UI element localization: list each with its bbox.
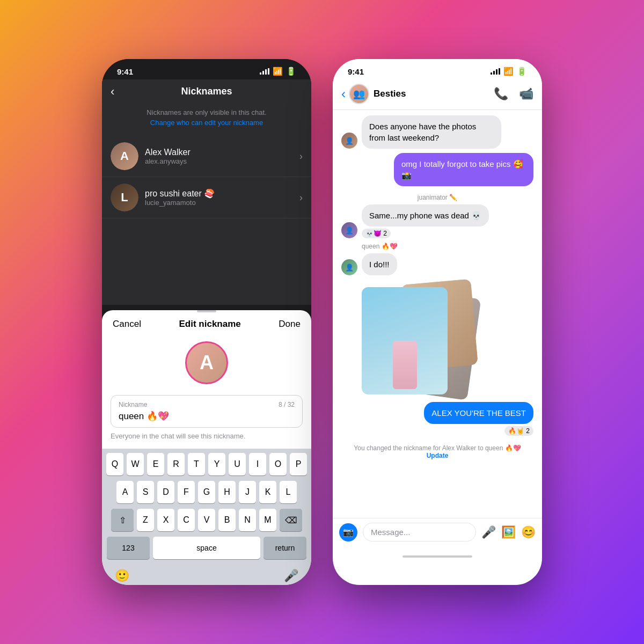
alex-reaction[interactable]: 🔥🤘 2 — [504, 426, 533, 436]
alex-avatar: A — [111, 142, 138, 170]
key-i[interactable]: I — [249, 453, 266, 475]
alex-chevron: › — [299, 151, 303, 162]
message-placeholder: Message... — [371, 528, 410, 537]
left-status-icons: 📶 🔋 — [260, 67, 296, 76]
message-row-alex: ALEX YOU'RE THE BEST 🔥🤘 2 — [341, 402, 533, 436]
keyboard-row-3: ⇧ Z X C V B N M ⌫ — [104, 509, 309, 531]
nickname-field-value[interactable]: queen 🔥💖 — [119, 411, 169, 421]
key-t[interactable]: T — [188, 453, 205, 475]
video-call-button[interactable]: 📹 — [519, 87, 533, 101]
nickname-input-container[interactable]: Nickname queen 🔥💖 8 / 32 — [111, 395, 303, 428]
key-space[interactable]: space — [153, 537, 260, 559]
key-u[interactable]: U — [229, 453, 246, 475]
chat-title: Besties — [374, 89, 494, 99]
emoji-icon[interactable]: 🙂 — [115, 569, 129, 583]
key-l[interactable]: L — [280, 481, 297, 503]
message-bubble-2: Same...my phone was dead 💀 — [362, 204, 489, 226]
key-a[interactable]: A — [116, 481, 134, 503]
battery-icon: 🔋 — [286, 67, 296, 76]
key-v[interactable]: V — [198, 509, 215, 531]
photo-button[interactable]: 🖼️ — [501, 525, 516, 539]
sender-avatar: 👤 — [341, 133, 357, 149]
char-count: 8 / 32 — [279, 401, 295, 408]
message-row-3: 👤 I do!!! — [341, 253, 533, 275]
messages-area: 👤 Does anyone have the photos from last … — [333, 110, 542, 518]
key-x[interactable]: X — [157, 509, 174, 531]
key-g[interactable]: G — [198, 481, 215, 503]
microphone-button[interactable]: 🎤 — [481, 525, 496, 539]
message-bubble: Does anyone have the photos from last we… — [362, 115, 501, 149]
keyboard-row-2: A S D F G H J K L — [104, 481, 309, 503]
sheet-title: Edit nickname — [179, 319, 241, 330]
alex-info: Alex Walker alex.anyways — [145, 148, 299, 165]
wifi-icon: 📶 — [273, 67, 283, 76]
subtitle-text: Nicknames are only visible in this chat. — [118, 108, 295, 118]
key-z[interactable]: Z — [137, 509, 154, 531]
nicknames-screen: ‹ Nicknames Nicknames are only visible i… — [102, 79, 311, 305]
key-123[interactable]: 123 — [107, 537, 150, 559]
nav-header: ‹ Nicknames — [102, 79, 311, 104]
message-row: 👤 Does anyone have the photos from last … — [341, 115, 533, 149]
chat-back-button[interactable]: ‹ — [341, 86, 346, 101]
lucie-avatar: L — [111, 184, 138, 211]
lucie-name: pro sushi eater 🍣 — [145, 188, 299, 199]
photo-collage — [362, 282, 485, 400]
contact-row-alex[interactable]: A Alex Walker alex.anyways › — [102, 136, 311, 177]
nickname-changed-notice: You changed the nickname for Alex Walker… — [341, 440, 533, 464]
key-shift[interactable]: ⇧ — [111, 509, 134, 531]
right-status-bar: 9:41 📶 🔋 — [333, 59, 542, 79]
voice-call-button[interactable]: 📞 — [494, 87, 508, 101]
sheet-avatar: A — [185, 341, 228, 384]
key-return[interactable]: return — [264, 537, 306, 559]
lucie-username: lucie_yamamoto — [145, 199, 299, 207]
alex-bubble: ALEX YOU'RE THE BEST — [424, 402, 533, 424]
key-s[interactable]: S — [137, 481, 154, 503]
sender-avatar-2: 👤 — [341, 222, 357, 238]
keyboard-row-1: Q W E R T Y U I O P — [104, 453, 309, 475]
key-p[interactable]: P — [290, 453, 307, 475]
contact-row-lucie[interactable]: L pro sushi eater 🍣 lucie_yamamoto › — [102, 177, 311, 218]
key-m[interactable]: M — [259, 509, 276, 531]
done-button[interactable]: Done — [279, 319, 301, 330]
key-o[interactable]: O — [269, 453, 287, 475]
left-time: 9:41 — [117, 67, 133, 76]
cancel-button[interactable]: Cancel — [113, 319, 141, 330]
key-d[interactable]: D — [157, 481, 174, 503]
key-c[interactable]: C — [178, 509, 195, 531]
keyboard-bottom: 🙂 🎤 — [104, 565, 309, 583]
left-phone: 9:41 📶 🔋 ‹ Nicknames Nicknames are only … — [102, 59, 311, 585]
nicknames-title: Nicknames — [181, 86, 232, 97]
right-phone: 9:41 📶 🔋 ‹ 👥 Besties 📞 📹 — [333, 59, 542, 585]
group-avatar: 👥 — [349, 84, 369, 104]
sender-avatar-3: 👤 — [341, 259, 357, 275]
alex-username: alex.anyways — [145, 157, 299, 165]
right-wifi-icon: 📶 — [503, 67, 514, 76]
key-b[interactable]: B — [218, 509, 236, 531]
mic-icon[interactable]: 🎤 — [284, 569, 298, 583]
key-r[interactable]: R — [167, 453, 185, 475]
key-h[interactable]: H — [218, 481, 236, 503]
keyboard: Q W E R T Y U I O P A S D F G H — [102, 449, 311, 585]
key-q[interactable]: Q — [106, 453, 123, 475]
edit-nickname-sheet: Cancel Edit nickname Done A Nickname que… — [102, 310, 311, 585]
camera-button[interactable]: 📷 — [339, 523, 357, 541]
sticker-button[interactable]: 😊 — [521, 525, 536, 539]
home-indicator-right — [402, 555, 472, 558]
subtitle-link[interactable]: Change who can edit your nickname — [150, 119, 263, 127]
key-w[interactable]: W — [127, 453, 144, 475]
right-battery-icon: 🔋 — [517, 67, 527, 76]
right-time: 9:41 — [348, 67, 364, 76]
message-input[interactable]: Message... — [363, 523, 476, 541]
signal-bars — [260, 68, 269, 75]
notice-text: You changed the nickname for Alex Walker… — [354, 444, 521, 452]
reaction-badge[interactable]: 💀😈 2 — [362, 229, 391, 238]
update-link[interactable]: Update — [427, 452, 449, 459]
key-e[interactable]: E — [147, 453, 164, 475]
key-n[interactable]: N — [239, 509, 256, 531]
key-backspace[interactable]: ⌫ — [280, 509, 302, 531]
key-j[interactable]: J — [239, 481, 256, 503]
key-k[interactable]: K — [259, 481, 276, 503]
key-y[interactable]: Y — [208, 453, 225, 475]
key-f[interactable]: F — [178, 481, 195, 503]
back-button[interactable]: ‹ — [111, 85, 114, 99]
